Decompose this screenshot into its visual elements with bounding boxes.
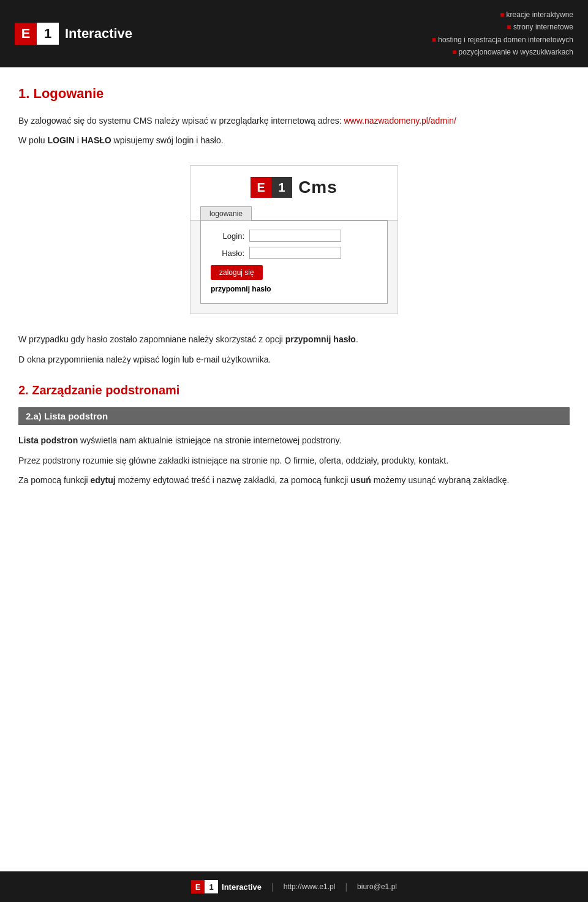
footer-logo: E 1 Interactive [191,880,262,893]
cms-logo-e: E [251,177,271,198]
footer-logo-1: 1 [205,880,218,893]
login-tab-bar: logowanie [190,206,398,220]
tagline-3: hosting i rejestracja domen internetowyc… [432,34,573,46]
footer: E 1 Interactive | http://www.e1.pl | biu… [0,871,588,902]
login-mockup-wrapper: E 1 Cms logowanie Login: Hasło: zaloguj … [18,165,570,314]
login-form-row-login: Login: [211,230,377,242]
section1-para3: W przypadku gdy hasło zostało zapomniane… [18,333,570,346]
cms-url-link[interactable]: www.nazwadomeny.pl/admin/ [344,116,456,126]
section1-title: 1. Logowanie [18,86,570,102]
section1-para1: By zalogować się do systemu CMS należy w… [18,114,570,127]
haslo-input[interactable] [249,247,341,259]
section2-title: 2. Zarządzanie podstronami [18,383,570,397]
login-input[interactable] [249,230,341,242]
footer-separator: | [271,882,274,892]
login-form-row-haslo: Hasło: [211,247,377,259]
section1-para2: W polu LOGIN i HASŁO wpisujemy swój logi… [18,133,570,147]
cms-logo-1: 1 [271,177,292,198]
cms-logo-area: E 1 Cms [190,166,398,206]
footer-logo-text: Interactive [222,882,262,892]
footer-separator-2: | [345,882,347,892]
header-logo: E 1 Interactive [15,23,132,45]
header-taglines: kreacje interaktywne strony internetowe … [432,9,573,59]
tagline-2: strony internetowe [432,21,573,33]
header: E 1 Interactive kreacje interaktywne str… [0,0,588,67]
zaloguj-button[interactable]: zaloguj się [211,265,263,280]
login-tab-label: logowanie [200,206,252,220]
logo-text: Interactive [65,26,132,42]
login-form-area: Login: Hasło: zaloguj się przypomnij has… [200,220,388,304]
subsection-a-para2: Przez podstrony rozumie się główne zakła… [18,454,570,467]
subsection-a-para3: Za pomocą funkcji edytuj możemy edytować… [18,473,570,487]
subsection-a-para1: Lista podstron wyświetla nam aktualnie i… [18,434,570,447]
przypomnij-link[interactable]: przypomnij hasło [211,285,377,293]
main-content: 1. Logowanie By zalogować się do systemu… [0,67,588,512]
section1-para4: D okna przypomnienia należy wpisać login… [18,353,570,366]
logo-1-block: 1 [37,23,59,45]
login-mockup: E 1 Cms logowanie Login: Hasło: zaloguj … [190,165,398,314]
tagline-1: kreacje interaktywne [432,9,573,21]
subsection-a-header: 2.a) Lista podstron [18,407,570,425]
footer-url[interactable]: http://www.e1.pl [284,882,336,891]
cms-logo-text: Cms [298,178,337,197]
tagline-4: pozycjonowanie w wyszukiwarkach [432,46,573,58]
footer-email[interactable]: biuro@e1.pl [357,882,397,891]
haslo-label: Hasło: [211,249,244,258]
footer-logo-e: E [191,880,205,893]
logo-e-block: E [15,23,37,45]
login-label: Login: [211,231,244,241]
